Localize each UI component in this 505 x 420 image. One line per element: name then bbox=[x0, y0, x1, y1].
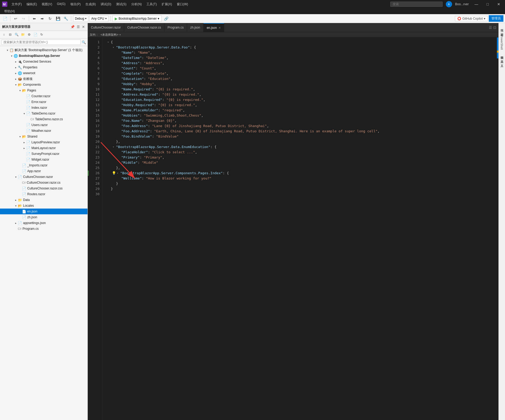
schema-arrow[interactable]: ▾ bbox=[119, 33, 121, 36]
tree-components[interactable]: 📂 Components bbox=[0, 82, 87, 88]
redo-btn[interactable]: ↪ bbox=[20, 15, 27, 22]
tab-zhjson[interactable]: zh.json bbox=[187, 23, 204, 32]
properties-panel-btn[interactable]: ⚙ bbox=[26, 32, 32, 37]
deps-expand[interactable] bbox=[14, 78, 18, 80]
strip-toolbox[interactable]: 工具箱 bbox=[499, 57, 504, 60]
pin-icon[interactable]: 📌 bbox=[70, 24, 75, 29]
tab-programcs[interactable]: Program.cs bbox=[164, 23, 187, 32]
connected-expand[interactable] bbox=[14, 60, 18, 63]
panel-close-icon[interactable]: ✕ bbox=[81, 24, 85, 29]
tree-weather[interactable]: 📄 Weather.razor bbox=[0, 128, 87, 134]
refresh-panel-btn[interactable]: ↻ bbox=[39, 32, 45, 37]
tree-properties[interactable]: 🔧 Properties bbox=[0, 64, 87, 70]
code-content[interactable]: ▾{▾"BootstrapBlazorApp.Server.Data.Foo":… bbox=[102, 37, 495, 420]
tree-culturechooserrcs[interactable]: C# CultureChooser.razor.cs bbox=[0, 180, 87, 186]
tree-enjson[interactable]: 📄 en.json bbox=[0, 209, 87, 214]
menu-window[interactable]: 窗口(W) bbox=[175, 1, 190, 8]
tabledemo-expand[interactable] bbox=[22, 112, 26, 115]
layoutpreview-expand[interactable] bbox=[22, 141, 26, 144]
save-btn[interactable]: 💾 bbox=[54, 15, 61, 22]
tree-culturechoosercss[interactable]: 📄 CultureChooser.razor.css bbox=[0, 186, 87, 191]
forward-btn[interactable]: ➡ bbox=[39, 15, 46, 22]
menu-edit[interactable]: 编辑(E) bbox=[24, 1, 39, 8]
sync-btn[interactable]: ↕ bbox=[1, 32, 7, 37]
tree-index[interactable]: 📄 Index.razor bbox=[0, 105, 87, 111]
menu-view[interactable]: 视图(V) bbox=[40, 1, 54, 8]
open-files-btn[interactable]: 📁 bbox=[20, 32, 26, 37]
panel-menu-icon[interactable]: ☰ bbox=[76, 24, 80, 29]
tree-culturechooser[interactable]: 📄 CultureChooser.razor bbox=[0, 174, 87, 180]
menu-project[interactable]: 项目(P) bbox=[68, 1, 83, 8]
data-expand[interactable] bbox=[14, 199, 18, 201]
cpu-dropdown[interactable]: Any CPU ▾ bbox=[89, 15, 108, 22]
close-button[interactable]: ✕ bbox=[495, 1, 503, 7]
tree-program[interactable]: C# Program.cs bbox=[0, 226, 87, 232]
components-expand[interactable] bbox=[14, 83, 18, 86]
properties-btn[interactable]: 🔧 bbox=[62, 15, 69, 22]
tree-shared[interactable]: 📂 Shared bbox=[0, 134, 87, 139]
tab-culturechoosercs[interactable]: CultureChooser.razor.cs bbox=[124, 23, 164, 32]
maximize-button[interactable]: □ bbox=[484, 1, 491, 7]
title-search-input[interactable] bbox=[390, 2, 443, 7]
tab-enjson[interactable]: en.json ✕ bbox=[204, 23, 224, 32]
tabs-split-icon[interactable]: ⊡ bbox=[493, 25, 496, 30]
tree-layoutpreview[interactable]: 📄 LayoutPreview.razor bbox=[0, 139, 87, 145]
tree-widget[interactable]: 📄 Widget.razor bbox=[0, 157, 87, 162]
tree-tabledemocs[interactable]: C# TableDemo.razor.cs bbox=[0, 116, 87, 122]
lightbulb-icon[interactable]: 💡 bbox=[112, 171, 116, 176]
tree-data[interactable]: 📁 Data bbox=[0, 197, 87, 203]
expand-btn-26[interactable]: ▾ bbox=[116, 171, 119, 176]
menu-file[interactable]: 文件(F) bbox=[9, 1, 24, 8]
mainlayout-expand[interactable] bbox=[22, 147, 26, 150]
tree-wwwroot[interactable]: 🌐 wwwroot bbox=[0, 70, 87, 76]
search-input[interactable] bbox=[2, 40, 81, 45]
tree-project[interactable]: 🌐 BootstrapBlazorApp.Server bbox=[0, 53, 87, 59]
project-expand[interactable] bbox=[9, 54, 14, 57]
tree-zhjson[interactable]: 📄 zh.json bbox=[0, 214, 87, 220]
strip-errorlist[interactable]: 错误列表 bbox=[499, 52, 504, 56]
tree-deps[interactable]: 📦 依赖项 bbox=[0, 76, 87, 82]
show-all-files-btn[interactable]: 📄 bbox=[32, 32, 38, 37]
expand-btn-21[interactable]: ▾ bbox=[112, 144, 115, 150]
tab-culturechooser[interactable]: CultureChooser.razor bbox=[88, 23, 124, 32]
scrollbar[interactable] bbox=[495, 37, 498, 420]
github-copilot-btn[interactable]: ⭕ GitHub Copilot ▾ bbox=[455, 16, 488, 21]
culturechooser-expand[interactable] bbox=[14, 176, 18, 178]
shared-expand[interactable] bbox=[18, 135, 22, 138]
undo-btn[interactable]: ↩ bbox=[12, 15, 19, 22]
pages-expand[interactable] bbox=[18, 89, 22, 92]
tree-tabledemo[interactable]: 📄 TableDemo.razor bbox=[0, 111, 87, 116]
menu-debug[interactable]: 调试(D) bbox=[98, 1, 113, 8]
tab-close-enjson[interactable]: ✕ bbox=[218, 26, 221, 30]
menu-extensions[interactable]: 扩展(X) bbox=[160, 1, 174, 8]
tree-solution[interactable]: 📋 解决方案 'BootstrapBlazorApp.Server' (1 个项… bbox=[0, 47, 87, 53]
strip-tools[interactable]: 工具 bbox=[499, 61, 504, 64]
search-icon[interactable]: 🔍 bbox=[82, 40, 86, 44]
menu-git[interactable]: Git(G) bbox=[55, 1, 68, 8]
run-button[interactable]: ▶ BootstrapBlazorApp.Server ▾ bbox=[112, 15, 162, 22]
tree-users[interactable]: 📄 Users.razor bbox=[0, 122, 87, 128]
expand-btn-2[interactable]: ▾ bbox=[112, 45, 115, 50]
properties-expand[interactable] bbox=[14, 66, 18, 69]
expand-btn-1[interactable]: ▾ bbox=[107, 40, 110, 45]
minimize-button[interactable]: — bbox=[472, 1, 481, 7]
filter-btn[interactable]: 🔍 bbox=[14, 32, 19, 37]
appsettings-expand[interactable] bbox=[14, 222, 18, 225]
back-btn[interactable]: ⬅ bbox=[31, 15, 38, 22]
menu-build[interactable]: 生成(B) bbox=[83, 1, 98, 8]
refresh-btn[interactable]: ↻ bbox=[47, 15, 53, 22]
menu-analyze[interactable]: 分析(N) bbox=[129, 1, 144, 8]
tabs-list-icon[interactable]: ☰ bbox=[489, 25, 492, 30]
wwwroot-expand[interactable] bbox=[14, 72, 18, 75]
strip-powershell[interactable]: PowerShell bbox=[500, 34, 504, 51]
tree-mainlayout[interactable]: 📄 MainLayout.razor bbox=[0, 145, 87, 151]
solution-expand[interactable] bbox=[5, 49, 9, 52]
empty-btn[interactable] bbox=[171, 15, 177, 22]
tree-imports[interactable]: 📄 _Imports.razor bbox=[0, 162, 87, 168]
strip-properties[interactable]: 属性 bbox=[499, 25, 504, 28]
locales-expand[interactable] bbox=[14, 204, 18, 207]
debug-mode-dropdown[interactable]: Debug ▾ bbox=[73, 15, 88, 22]
schema-dropdown[interactable]: <未选择架构> bbox=[101, 33, 118, 37]
tree-routes[interactable]: 📄 Routes.razor bbox=[0, 191, 87, 197]
tree-error[interactable]: 📄 Error.razor bbox=[0, 99, 87, 105]
